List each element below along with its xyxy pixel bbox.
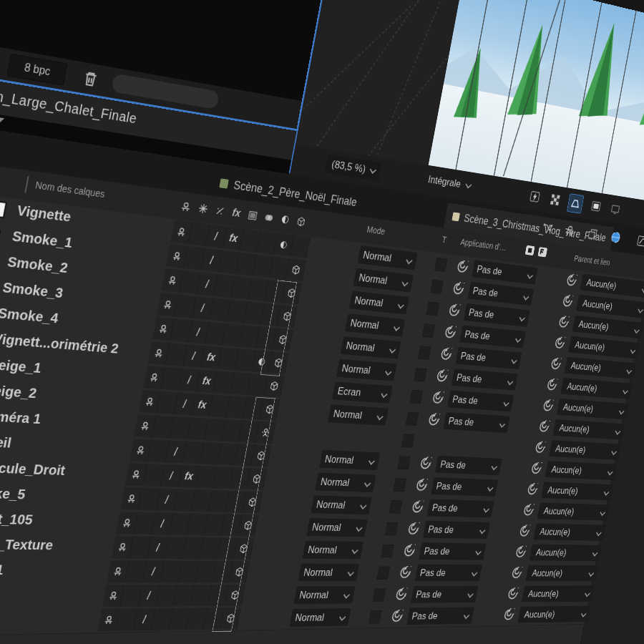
- parent-pickwhip-icon[interactable]: [534, 441, 546, 454]
- column-header-mode[interactable]: Mode: [366, 224, 386, 236]
- matte-alpha-icon[interactable]: [525, 245, 535, 256]
- layer-name[interactable]: Sapin_2: [0, 587, 1, 603]
- layer-name[interactable]: Smoke_4: [0, 305, 60, 327]
- layer-name[interactable]: Caméra 1: [0, 407, 42, 427]
- trkmat-pickwhip-icon[interactable]: [419, 457, 432, 470]
- preserve-transparency-checkbox[interactable]: [369, 610, 382, 624]
- parent-pickwhip-icon[interactable]: [557, 316, 570, 329]
- blend-mode-dropdown[interactable]: Normal: [328, 404, 389, 426]
- trkmat-dropdown[interactable]: Pas de: [406, 607, 474, 625]
- trkmat-dropdown[interactable]: Pas de: [423, 521, 490, 539]
- parent-pickwhip-icon[interactable]: [565, 273, 577, 287]
- blend-mode-dropdown[interactable]: Normal: [289, 608, 351, 627]
- layer-name[interactable]: Smoke_3: [1, 279, 64, 301]
- blend-mode-dropdown[interactable]: Ecran: [332, 381, 393, 403]
- layer-name[interactable]: Neige_2: [0, 381, 38, 401]
- preserve-transparency-checkbox[interactable]: [409, 390, 423, 404]
- draft-3d-icon[interactable]: [567, 193, 584, 213]
- parent-dropdown[interactable]: Aucun(e): [517, 606, 590, 623]
- blend-mode-dropdown[interactable]: Normal: [298, 563, 359, 581]
- blend-mode-dropdown[interactable]: Normal: [293, 586, 355, 604]
- parent-pickwhip-icon[interactable]: [522, 504, 535, 517]
- trkmat-pickwhip-icon[interactable]: [439, 347, 452, 361]
- trkmat-pickwhip-icon[interactable]: [411, 500, 424, 514]
- preserve-transparency-checkbox[interactable]: [376, 567, 390, 580]
- blend-mode-dropdown[interactable]: Normal: [315, 472, 376, 492]
- transparency-grid-icon[interactable]: [547, 190, 563, 210]
- flyout-arrow-icon[interactable]: [0, 117, 4, 125]
- parent-dropdown[interactable]: Aucun(e): [552, 419, 625, 440]
- view-options-icon[interactable]: [608, 200, 623, 218]
- column-header-name[interactable]: Nom des calques: [34, 180, 106, 200]
- trkmat-pickwhip-icon[interactable]: [406, 522, 419, 535]
- parent-dropdown[interactable]: Aucun(e): [530, 544, 602, 561]
- motion-blur-master-icon[interactable]: [607, 227, 625, 248]
- bit-depth-button[interactable]: 8 bpc: [6, 54, 67, 86]
- preserve-transparency-checkbox[interactable]: [381, 545, 394, 557]
- trkmat-pickwhip-icon[interactable]: [456, 260, 469, 274]
- 3d-toggle[interactable]: [291, 235, 311, 258]
- trkmat-pickwhip-icon[interactable]: [444, 326, 457, 340]
- trkmat-pickwhip-icon[interactable]: [403, 544, 416, 557]
- blend-mode-dropdown[interactable]: Normal: [302, 541, 364, 560]
- layer-name[interactable]: Soleil: [0, 433, 13, 452]
- parent-dropdown[interactable]: Aucun(e): [525, 565, 598, 582]
- blend-mode-dropdown[interactable]: Normal: [345, 313, 405, 336]
- parent-pickwhip-icon[interactable]: [546, 378, 558, 391]
- parent-pickwhip-icon[interactable]: [554, 336, 566, 350]
- 3d-layer-icon[interactable]: [291, 210, 311, 233]
- parent-dropdown[interactable]: Aucun(e): [557, 399, 629, 419]
- parent-pickwhip-icon[interactable]: [538, 420, 550, 433]
- preserve-transparency-checkbox[interactable]: [426, 302, 439, 316]
- graph-editor-icon[interactable]: [633, 230, 644, 251]
- parent-dropdown[interactable]: Aucun(e): [541, 482, 613, 500]
- trkmat-dropdown[interactable]: Pas de: [435, 456, 502, 476]
- trkmat-pickwhip-icon[interactable]: [448, 303, 461, 318]
- column-header-t[interactable]: T: [441, 235, 447, 245]
- layer-name[interactable]: Vignette: [16, 202, 72, 225]
- trkmat-pickwhip-icon[interactable]: [391, 610, 404, 623]
- trkmat-dropdown[interactable]: Pas de: [431, 477, 498, 497]
- trkmat-pickwhip-icon[interactable]: [427, 413, 440, 426]
- trkmat-pickwhip-icon[interactable]: [431, 391, 444, 404]
- trkmat-dropdown[interactable]: Pas de: [447, 391, 514, 412]
- trkmat-dropdown[interactable]: Pas de: [419, 542, 486, 560]
- trkmat-pickwhip-icon[interactable]: [399, 566, 411, 579]
- trkmat-dropdown[interactable]: Pas de: [459, 325, 526, 348]
- layer-row[interactable]: Sapin_3 / Normal Pas de: [0, 604, 588, 639]
- trkmat-dropdown[interactable]: Pas de: [452, 369, 518, 391]
- layer-name[interactable]: Smoke_5: [0, 484, 26, 503]
- trkmat-pickwhip-icon[interactable]: [415, 479, 428, 492]
- layer-name[interactable]: Smoke_1: [11, 228, 74, 251]
- preserve-transparency-checkbox[interactable]: [434, 258, 447, 272]
- column-header-trkmat[interactable]: Application d'…: [460, 237, 507, 253]
- parent-dropdown[interactable]: Aucun(e): [533, 523, 606, 540]
- preserve-transparency-checkbox[interactable]: [401, 434, 415, 448]
- blend-mode-dropdown[interactable]: Normal: [349, 291, 409, 314]
- parent-pickwhip-icon[interactable]: [550, 357, 562, 371]
- parent-pickwhip-icon[interactable]: [514, 546, 527, 559]
- 3d-toggle[interactable]: [286, 258, 306, 281]
- preserve-transparency-checkbox[interactable]: [422, 323, 435, 338]
- parent-pickwhip-icon[interactable]: [507, 587, 519, 600]
- trkmat-dropdown[interactable]: Pas de: [455, 347, 522, 369]
- layer-name[interactable]: Sapin_1: [0, 561, 5, 577]
- trkmat-dropdown[interactable]: Pas de: [427, 499, 494, 517]
- trkmat-pickwhip-icon[interactable]: [435, 369, 448, 383]
- resolution-dropdown[interactable]: Intégrale: [421, 170, 477, 195]
- trkmat-dropdown[interactable]: Pas de: [411, 586, 479, 603]
- trash-icon[interactable]: [80, 68, 100, 90]
- 3d-toggle[interactable]: [264, 375, 285, 397]
- blend-mode-dropdown[interactable]: Normal: [311, 495, 371, 514]
- parent-dropdown[interactable]: Aucun(e): [537, 502, 610, 520]
- blend-mode-dropdown[interactable]: Normal: [336, 359, 397, 381]
- layer-name[interactable]: Véhicule_Droit: [0, 459, 67, 479]
- parent-pickwhip-icon[interactable]: [526, 483, 538, 496]
- preserve-transparency-checkbox[interactable]: [389, 500, 403, 514]
- fast-previews-icon[interactable]: [527, 187, 544, 206]
- parent-pickwhip-icon[interactable]: [511, 567, 523, 579]
- blend-mode-dropdown[interactable]: Normal: [341, 336, 401, 359]
- trkmat-pickwhip-icon[interactable]: [394, 587, 407, 600]
- layer-name[interactable]: Nuage_Texture: [0, 535, 54, 553]
- blend-mode-dropdown[interactable]: Normal: [353, 268, 414, 293]
